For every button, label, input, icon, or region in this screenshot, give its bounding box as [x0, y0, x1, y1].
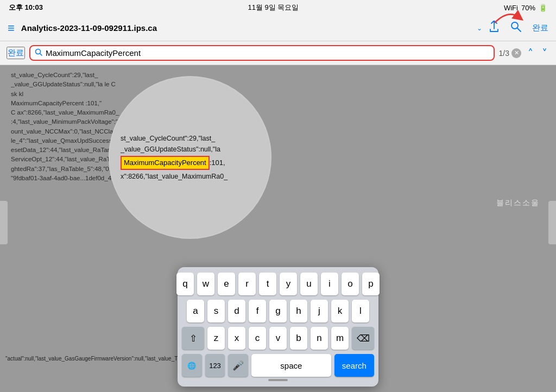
search-input-icon — [35, 48, 42, 58]
keyboard-row-3: ⇧ z x c v b n m ⌫ — [182, 327, 374, 350]
watermark: 블리스소울 — [496, 198, 540, 208]
magnify-line-3: x":8266,"last_value_MaximumRa0_ — [121, 171, 228, 182]
document-title: Analytics-2023-11-09-092911.ips.ca — [21, 23, 471, 33]
search-count-badge: 1/3 ✕ — [499, 48, 521, 58]
battery-icon: 🔋 — [539, 4, 547, 12]
magnify-highlight-line: MaximumCapacityPercent:101, — [121, 156, 225, 170]
magnify-line-2: _value_GGUpdateStatus":null,"la — [121, 144, 220, 155]
globe-key[interactable]: 🌐 — [182, 354, 202, 377]
search-count: 1/3 — [499, 49, 509, 58]
status-time: 오후 10:03 — [9, 3, 43, 12]
battery-percent: 70% — [521, 4, 535, 12]
key-f[interactable]: f — [249, 300, 266, 323]
doc-line: le_4":"last_value_QmaxUpdSuccessTable_ — [11, 136, 545, 146]
status-right: WiFi 70% 🔋 — [504, 4, 547, 12]
doc-line: esetData_12":44,"last_value_RaTare":null… — [11, 146, 545, 155]
key-h[interactable]: h — [290, 300, 307, 323]
search-input[interactable] — [46, 48, 489, 58]
keyboard: q w e r t y u i o p a s d f g h j k l ⇧ … — [178, 267, 378, 387]
delete-key[interactable]: ⌫ — [352, 327, 374, 350]
main-content: st_value_CycleCount":29,"last_ _value_GG… — [0, 65, 556, 392]
doc-line: ghtedRa":37,"las_RaTable_5":48,"0,"last_… — [11, 165, 545, 174]
key-l[interactable]: l — [352, 300, 369, 323]
key-b[interactable]: b — [290, 327, 307, 350]
done-button[interactable]: 완료 — [531, 22, 549, 34]
doc-line: C ax":8266,"last_value_MaximumRa0_ — [11, 108, 545, 117]
doc-line: :4,"last_value_MinimumPackVoltage":"last… — [11, 117, 545, 127]
key-v[interactable]: v — [269, 327, 287, 350]
title-actions: 완료 — [488, 20, 549, 37]
keyboard-row-1: q w e r t y u i o p — [182, 273, 374, 295]
key-c[interactable]: c — [249, 327, 266, 350]
title-chevron-icon[interactable]: ⌄ — [477, 24, 482, 32]
key-n[interactable]: n — [311, 327, 328, 350]
svg-point-0 — [511, 22, 518, 29]
svg-line-1 — [517, 28, 521, 31]
keyboard-row-2: a s d f g h j k l — [182, 300, 374, 323]
key-g[interactable]: g — [269, 300, 287, 323]
keyboard-bottom-row: 🌐 123 🎤 space search — [182, 354, 374, 377]
key-s[interactable]: s — [207, 300, 225, 323]
search-input-wrapper — [29, 45, 495, 61]
key-m[interactable]: m — [331, 327, 349, 350]
key-k[interactable]: k — [331, 300, 349, 323]
scroll-left — [0, 201, 8, 244]
svg-line-3 — [40, 54, 42, 56]
search-button[interactable] — [509, 20, 522, 36]
shift-key[interactable]: ⇧ — [182, 327, 204, 350]
scroll-right — [548, 201, 556, 244]
wifi-icon: WiFi — [504, 4, 518, 12]
keyboard-handle — [268, 379, 288, 381]
key-a[interactable]: a — [187, 300, 204, 323]
search-bar: 완료 1/3 ✕ ˄ ˅ — [0, 41, 556, 65]
doc-line: st_value_CycleCount":29,"last_ — [11, 71, 545, 80]
key-e[interactable]: e — [218, 273, 235, 295]
status-date: 11월 9일 목요일 — [248, 3, 299, 12]
space-key[interactable]: space — [251, 354, 331, 377]
key-o[interactable]: o — [342, 273, 359, 295]
key-t[interactable]: t — [259, 273, 276, 295]
highlight-suffix: :101, — [210, 157, 225, 169]
next-result-button[interactable]: ˅ — [540, 46, 549, 61]
doc-line: ServiceOpt_12":44,"last_value_RaTamples"… — [11, 155, 545, 164]
menu-button[interactable]: ≡ — [7, 20, 16, 36]
doc-line: ount_value_NCCMax":0,"last_NCClas — [11, 127, 545, 136]
share-button[interactable] — [488, 20, 501, 37]
key-w[interactable]: w — [197, 273, 214, 295]
key-u[interactable]: u — [300, 273, 318, 295]
key-d[interactable]: d — [228, 300, 245, 323]
key-i[interactable]: i — [321, 273, 338, 295]
magnify-line-1: st_value_CycleCount":29,"last_ — [121, 133, 215, 144]
status-bar: 오후 10:03 11월 9일 목요일 WiFi 70% 🔋 — [0, 0, 556, 15]
search-highlight: MaximumCapacityPercent — [121, 156, 210, 170]
prev-result-button[interactable]: ˄ — [526, 46, 535, 61]
key-z[interactable]: z — [207, 327, 225, 350]
key-p[interactable]: p — [362, 273, 380, 295]
magnify-circle: st_value_CycleCount":29,"last_ _value_GG… — [109, 76, 271, 239]
doc-line: MaximumCapacityPercent :101," — [11, 99, 545, 108]
key-x[interactable]: x — [228, 327, 245, 350]
key-j[interactable]: j — [311, 300, 328, 323]
title-bar: ≡ Analytics-2023-11-09-092911.ips.ca ⌄ 완… — [0, 15, 556, 41]
doc-line: "9fdbaf01-3aaf-4ad0-bae...1def0d_4"" — [11, 174, 545, 183]
key-r[interactable]: r — [238, 273, 256, 295]
magnify-content: st_value_CycleCount":29,"last_ _value_GG… — [110, 77, 270, 238]
doc-line: _value_GGUpdateStatus":null,"la le C — [11, 80, 545, 89]
search-cancel-button[interactable]: 완료 — [7, 47, 25, 59]
clear-search-button[interactable]: ✕ — [511, 48, 521, 58]
search-key[interactable]: search — [334, 354, 374, 377]
num-key[interactable]: 123 — [205, 354, 225, 377]
key-q[interactable]: q — [176, 273, 194, 295]
doc-line: sk kl — [11, 90, 545, 99]
key-y[interactable]: y — [280, 273, 297, 295]
mic-key[interactable]: 🎤 — [228, 354, 248, 377]
